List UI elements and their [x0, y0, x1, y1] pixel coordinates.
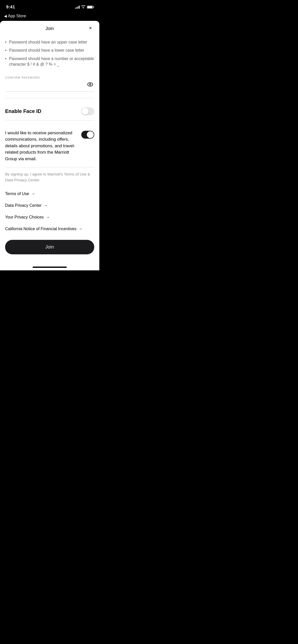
sheet-title: Join: [45, 26, 54, 31]
svg-point-0: [88, 83, 93, 86]
terms-of-use-arrow: →: [31, 192, 35, 196]
join-button-wrap: Join: [5, 235, 94, 265]
confirm-password-input[interactable]: [5, 82, 86, 87]
req-item-2: • Password should have a lower case lett…: [5, 48, 94, 53]
bullet-2: •: [5, 48, 7, 53]
marketing-toggle-thumb: [87, 131, 94, 138]
signal-icon: [75, 6, 80, 9]
status-time: 9:41: [6, 5, 15, 10]
confirm-password-label: CONFIRM PASSWORD: [5, 76, 94, 79]
marketing-toggle[interactable]: [81, 131, 94, 139]
sheet-header: Join ×: [0, 21, 99, 35]
privacy-choices-label: Your Privacy Choices: [5, 215, 44, 219]
marketing-consent-row: I would like to receive personalized com…: [5, 126, 94, 166]
confirm-password-section: CONFIRM PASSWORD: [5, 76, 94, 92]
divider-3: [5, 167, 94, 167]
face-id-toggle[interactable]: [81, 107, 94, 115]
join-sheet: Join × • Password should have an upper c…: [0, 21, 99, 270]
req-text-3: Password should have a number or accepta…: [9, 56, 94, 67]
battery-icon: [87, 6, 93, 9]
show-password-icon[interactable]: [86, 81, 94, 89]
ca-notice-label: California Notice of Financial Incentive…: [5, 227, 76, 231]
marketing-toggle-wrap: [81, 130, 94, 139]
home-bar: [33, 267, 67, 268]
nav-bar: ◀ App Store: [0, 13, 99, 21]
data-privacy-arrow: →: [44, 203, 48, 208]
status-bar: 9:41: [0, 0, 99, 13]
back-label: App Store: [8, 14, 26, 18]
sheet-content: • Password should have an upper case let…: [0, 35, 99, 265]
face-id-row: Enable Face ID: [5, 103, 94, 119]
data-privacy-link[interactable]: Data Privacy Center →: [5, 200, 94, 211]
password-requirements: • Password should have an upper case let…: [5, 35, 94, 76]
bullet-1: •: [5, 39, 7, 45]
req-text-2: Password should have a lower case letter: [9, 48, 84, 53]
face-id-label: Enable Face ID: [5, 108, 41, 114]
marketing-consent-text: I would like to receive personalized com…: [5, 130, 76, 162]
terms-of-use-label: Terms of Use: [5, 192, 29, 196]
back-arrow-icon: ◀: [4, 14, 7, 18]
req-item-1: • Password should have an upper case let…: [5, 39, 94, 45]
divider-1: [5, 98, 94, 98]
svg-point-1: [89, 84, 91, 85]
join-button[interactable]: Join: [5, 240, 94, 254]
privacy-choices-link[interactable]: Your Privacy Choices →: [5, 211, 94, 223]
legal-text: By signing up, I agree to Marriott's Ter…: [5, 171, 94, 183]
back-button[interactable]: ◀ App Store: [4, 14, 26, 18]
req-item-3: • Password should have a number or accep…: [5, 56, 94, 67]
privacy-choices-arrow: →: [46, 215, 50, 219]
terms-of-use-link[interactable]: Terms of Use →: [5, 188, 94, 200]
bullet-3: •: [5, 56, 7, 62]
home-indicator: [0, 265, 99, 270]
close-button[interactable]: ×: [87, 24, 94, 32]
face-id-toggle-thumb: [82, 108, 89, 115]
ca-notice-arrow: →: [78, 227, 83, 231]
confirm-password-row: [5, 81, 94, 92]
status-icons: [75, 5, 93, 9]
ca-notice-link[interactable]: California Notice of Financial Incentive…: [5, 223, 94, 235]
data-privacy-label: Data Privacy Center: [5, 203, 42, 208]
wifi-icon: [81, 5, 85, 9]
divider-2: [5, 120, 94, 121]
req-text-1: Password should have an upper case lette…: [9, 39, 87, 45]
